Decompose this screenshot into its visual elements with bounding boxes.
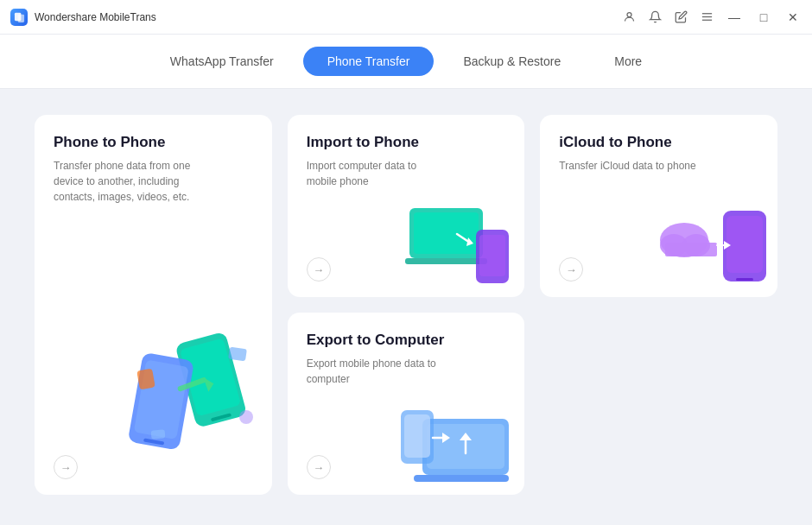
svg-point-2	[627, 13, 631, 17]
svg-rect-30	[665, 243, 717, 256]
card-phone-to-phone-title: Phone to Phone	[54, 134, 253, 151]
export-illustration	[396, 393, 517, 488]
title-bar-left: Wondershare MobileTrans	[10, 9, 156, 26]
main-content: Phone to Phone Transfer phone data from …	[0, 89, 812, 521]
tab-backup-restore[interactable]: Backup & Restore	[439, 47, 585, 76]
svg-rect-15	[228, 347, 247, 362]
card-icloud-to-phone[interactable]: iCloud to Phone Transfer iCloud data to …	[540, 115, 777, 297]
card-export-desc: Export mobile phone data to computer	[307, 356, 445, 387]
card-phone-to-phone-desc: Transfer phone data from one device to a…	[54, 158, 192, 205]
svg-rect-22	[479, 235, 505, 276]
card-icloud-desc: Transfer iCloud data to phone	[559, 158, 697, 174]
svg-rect-34	[414, 475, 509, 482]
svg-rect-17	[150, 429, 165, 439]
nav-tabs: WhatsApp Transfer Phone Transfer Backup …	[0, 35, 812, 89]
svg-rect-1	[17, 15, 23, 22]
title-bar: Wondershare MobileTrans — □ ✕	[0, 0, 812, 35]
card-import-arrow[interactable]: →	[307, 257, 331, 281]
card-phone-to-phone-arrow[interactable]: →	[54, 455, 78, 479]
tab-whatsapp[interactable]: WhatsApp Transfer	[146, 47, 298, 76]
import-illustration	[405, 195, 517, 290]
tab-phone-transfer[interactable]: Phone Transfer	[303, 47, 435, 76]
minimize-button[interactable]: —	[726, 9, 743, 26]
svg-rect-25	[726, 216, 763, 273]
menu-icon[interactable]	[700, 10, 714, 24]
edit-icon[interactable]	[674, 10, 688, 24]
icloud-illustration	[658, 195, 771, 290]
title-bar-right: — □ ✕	[622, 9, 802, 26]
app-icon	[10, 9, 28, 26]
card-phone-to-phone[interactable]: Phone to Phone Transfer phone data from …	[35, 115, 272, 495]
phone-to-phone-illustration	[117, 296, 263, 460]
maximize-button[interactable]: □	[755, 9, 772, 26]
svg-rect-19	[414, 212, 479, 254]
svg-rect-20	[405, 258, 487, 264]
svg-point-16	[239, 410, 253, 424]
close-button[interactable]: ✕	[784, 9, 802, 26]
app-title: Wondershare MobileTrans	[35, 11, 156, 23]
card-import-to-phone[interactable]: Import to Phone Import computer data to …	[288, 115, 525, 297]
card-icloud-title: iCloud to Phone	[559, 134, 758, 151]
card-export-title: Export to Computer	[307, 332, 506, 349]
svg-rect-14	[136, 369, 155, 390]
card-export-to-computer[interactable]: Export to Computer Export mobile phone d…	[288, 313, 525, 495]
card-import-title: Import to Phone	[307, 134, 506, 151]
card-import-desc: Import computer data to mobile phone	[307, 158, 445, 189]
tab-more[interactable]: More	[590, 47, 666, 76]
svg-rect-26	[736, 278, 753, 281]
svg-rect-36	[404, 414, 430, 458]
card-export-arrow[interactable]: →	[307, 455, 331, 479]
notification-icon[interactable]	[648, 10, 662, 24]
card-icloud-arrow[interactable]: →	[559, 257, 583, 281]
user-icon[interactable]	[622, 10, 636, 24]
